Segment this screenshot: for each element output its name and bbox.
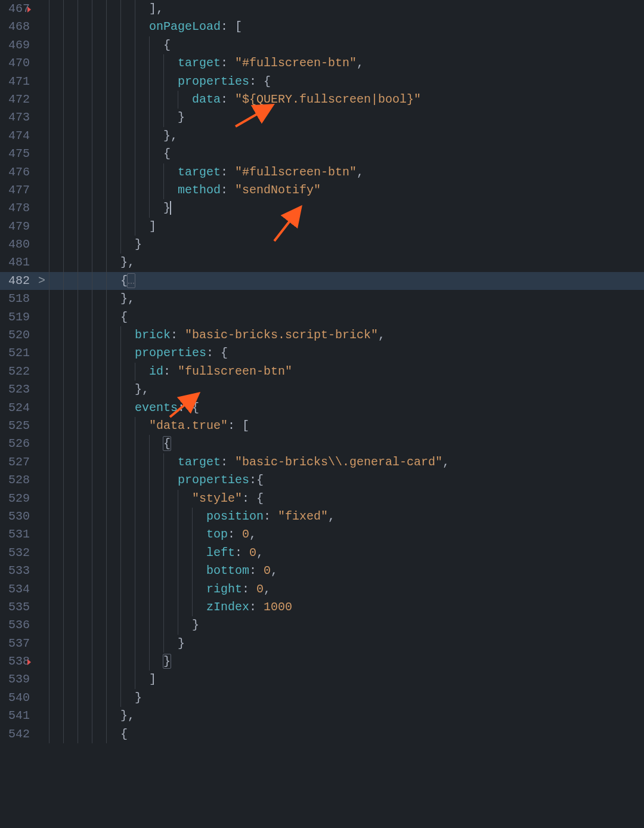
line-number[interactable]: 530 xyxy=(0,508,35,526)
code-line[interactable]: 542{ xyxy=(0,725,644,743)
code-content[interactable]: { xyxy=(49,308,644,326)
code-content[interactable]: brick: "basic-bricks.script-brick", xyxy=(49,326,644,344)
code-line[interactable]: 530position: "fixed", xyxy=(0,508,644,526)
code-line[interactable]: 471properties: { xyxy=(0,73,644,91)
code-line[interactable]: 520brick: "basic-bricks.script-brick", xyxy=(0,326,644,344)
line-number[interactable]: 524 xyxy=(0,399,35,417)
code-line[interactable]: 476target: "#fullscreen-btn", xyxy=(0,163,644,181)
code-content[interactable]: right: 0, xyxy=(49,580,644,598)
line-number[interactable]: 468 xyxy=(0,18,35,36)
line-number[interactable]: 473 xyxy=(0,109,35,126)
line-number[interactable]: 469 xyxy=(0,36,35,54)
line-number[interactable]: 535 xyxy=(0,598,35,616)
code-content[interactable]: { xyxy=(49,435,644,453)
line-number[interactable]: 541 xyxy=(0,707,35,725)
code-line[interactable]: 540} xyxy=(0,689,644,707)
code-line[interactable]: 475{ xyxy=(0,145,644,163)
line-number[interactable]: 476 xyxy=(0,163,35,181)
line-number[interactable]: 523 xyxy=(0,381,35,398)
code-line[interactable]: 482>{… xyxy=(0,272,644,290)
code-content[interactable]: }, xyxy=(49,127,644,145)
code-line[interactable]: 479] xyxy=(0,218,644,236)
code-content[interactable]: properties: { xyxy=(49,73,644,91)
code-content[interactable]: { xyxy=(49,725,644,743)
code-content[interactable]: bottom: 0, xyxy=(49,562,644,580)
code-content[interactable]: target: "basic-bricks\\.general-card", xyxy=(49,453,644,471)
code-content[interactable]: } xyxy=(49,689,644,707)
code-content[interactable]: ] xyxy=(49,671,644,688)
code-line[interactable]: 521properties: { xyxy=(0,344,644,362)
code-content[interactable]: onPageLoad: [ xyxy=(49,18,644,36)
code-line[interactable]: 531top: 0, xyxy=(0,526,644,543)
code-content[interactable]: } xyxy=(49,109,644,126)
code-line[interactable]: 467], xyxy=(0,0,644,18)
code-content[interactable]: }, xyxy=(49,254,644,271)
code-line[interactable]: 535zIndex: 1000 xyxy=(0,598,644,616)
code-content[interactable]: position: "fixed", xyxy=(49,508,644,526)
code-line[interactable]: 524events: { xyxy=(0,399,644,417)
code-content[interactable]: {… xyxy=(49,272,644,290)
code-content[interactable]: "data.true": [ xyxy=(49,417,644,435)
line-number[interactable]: 518 xyxy=(0,290,35,308)
code-content[interactable]: { xyxy=(49,145,644,163)
code-line[interactable]: 470target: "#fullscreen-btn", xyxy=(0,54,644,72)
code-line[interactable]: 533bottom: 0, xyxy=(0,562,644,580)
line-number[interactable]: 525 xyxy=(0,417,35,435)
code-line[interactable]: 473} xyxy=(0,109,644,126)
line-number[interactable]: 471 xyxy=(0,73,35,91)
line-number[interactable]: 520 xyxy=(0,326,35,344)
code-line[interactable]: 472data: "${QUERY.fullscreen|bool}" xyxy=(0,91,644,109)
line-number[interactable]: 531 xyxy=(0,526,35,543)
code-line[interactable]: 518}, xyxy=(0,290,644,308)
line-number[interactable]: 542 xyxy=(0,725,35,743)
line-number[interactable]: 519 xyxy=(0,308,35,326)
code-line[interactable]: 469{ xyxy=(0,36,644,54)
line-number[interactable]: 480 xyxy=(0,236,35,254)
code-line[interactable]: 532left: 0, xyxy=(0,544,644,562)
code-line[interactable]: 478} xyxy=(0,199,644,217)
code-content[interactable]: } xyxy=(49,635,644,653)
line-number[interactable]: 536 xyxy=(0,616,35,634)
code-line[interactable]: 526{ xyxy=(0,435,644,453)
code-line[interactable]: 474}, xyxy=(0,127,644,145)
line-number[interactable]: 474 xyxy=(0,127,35,145)
line-number[interactable]: 522 xyxy=(0,363,35,381)
line-number[interactable]: 470 xyxy=(0,54,35,72)
line-number[interactable]: 521 xyxy=(0,344,35,362)
line-number[interactable]: 540 xyxy=(0,689,35,707)
line-number[interactable]: 529 xyxy=(0,490,35,508)
code-line[interactable]: 541}, xyxy=(0,707,644,725)
line-number[interactable]: 537 xyxy=(0,635,35,653)
code-content[interactable]: } xyxy=(49,653,644,671)
code-content[interactable]: } xyxy=(49,616,644,634)
code-line[interactable]: 529"style": { xyxy=(0,490,644,508)
line-number[interactable]: 478 xyxy=(0,199,35,217)
code-line[interactable]: 480} xyxy=(0,236,644,254)
line-number[interactable]: 526 xyxy=(0,435,35,453)
line-number[interactable]: 527 xyxy=(0,453,35,471)
line-number[interactable]: 532 xyxy=(0,544,35,562)
code-content[interactable]: properties: { xyxy=(49,344,644,362)
code-content[interactable]: top: 0, xyxy=(49,526,644,543)
code-content[interactable]: } xyxy=(49,236,644,254)
code-line[interactable]: 522id: "fullscreen-btn" xyxy=(0,363,644,381)
code-line[interactable]: 525"data.true": [ xyxy=(0,417,644,435)
line-number[interactable]: 481 xyxy=(0,254,35,271)
code-content[interactable]: properties:{ xyxy=(49,471,644,489)
code-line[interactable]: 534right: 0, xyxy=(0,580,644,598)
code-line[interactable]: 527target: "basic-bricks\\.general-card"… xyxy=(0,453,644,471)
breakpoint-icon[interactable] xyxy=(27,7,31,13)
code-line[interactable]: 519{ xyxy=(0,308,644,326)
code-content[interactable]: method: "sendNotify" xyxy=(49,181,644,199)
code-line[interactable]: 538} xyxy=(0,653,644,671)
line-number[interactable]: 475 xyxy=(0,145,35,163)
breakpoint-icon[interactable] xyxy=(27,659,31,665)
code-line[interactable]: 536} xyxy=(0,616,644,634)
code-line[interactable]: 539] xyxy=(0,671,644,688)
line-number[interactable]: 482 xyxy=(0,272,35,290)
code-line[interactable]: 528properties:{ xyxy=(0,471,644,489)
code-content[interactable]: }, xyxy=(49,707,644,725)
code-content[interactable]: data: "${QUERY.fullscreen|bool}" xyxy=(49,91,644,109)
line-number[interactable]: 534 xyxy=(0,580,35,598)
code-content[interactable]: zIndex: 1000 xyxy=(49,598,644,616)
